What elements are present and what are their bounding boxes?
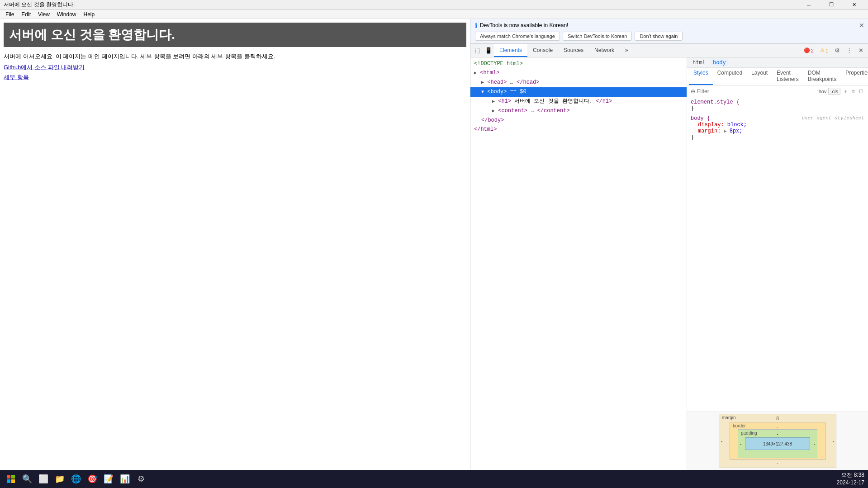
menu-view[interactable]: View [34, 10, 53, 19]
tree-line-doctype[interactable]: <!DOCTYPE html> [470, 59, 687, 68]
notification-title-row: ℹ DevTools is now available in Korean! [475, 22, 863, 29]
menu-window[interactable]: Window [53, 10, 80, 19]
padding-right-val: - [814, 441, 815, 446]
h1-close: </h1> [596, 98, 612, 104]
filter-bar: ⊝ :hov .cls + ≡ □ [687, 85, 868, 97]
devtools-right-icons: 🔴 2 ⚠ 1 ⚙ ⋮ ✕ [801, 45, 866, 56]
tree-line-body-close[interactable]: </body> [470, 116, 687, 125]
h1-tag: <h1> [498, 98, 511, 104]
inspect-element-icon[interactable]: ⬚ [472, 45, 483, 56]
box-content-inner: 1349×127.438 [745, 437, 810, 450]
triangle-body[interactable]: ▼ [481, 90, 484, 95]
triangle-html[interactable]: ▶ [474, 71, 477, 76]
element-style-close: } [691, 105, 864, 112]
h1-text: 서버에 오신 것을 환영합니다. [514, 98, 593, 104]
tab-more[interactable]: » [620, 44, 634, 57]
title-bar-left: 서버에 오신 것을 환영합니다. [4, 1, 75, 9]
margin-bottom-val: - [777, 461, 778, 466]
cls-button[interactable]: .cls [828, 88, 840, 95]
elements-tree[interactable]: <!DOCTYPE html> ▶ <html> ▶ <head> … </he… [470, 57, 687, 470]
dont-show-again-button[interactable]: Don't show again [635, 32, 683, 41]
margin-top-val: 8 [776, 416, 779, 421]
css-rule-body: body { user agent stylesheet display: bl… [691, 115, 864, 141]
content-tag: <content> [498, 108, 527, 114]
box-model-container: margin 8 - - - border - [719, 414, 836, 468]
detail-link[interactable]: 세부 항목 [4, 73, 466, 81]
margin-label: margin [722, 415, 736, 420]
head-close-tag: </head> [517, 79, 539, 85]
toggle-element-state-icon[interactable]: ≡ [850, 87, 857, 95]
always-match-button[interactable]: Always match Chrome's language [475, 32, 560, 41]
padding-left-val: - [740, 441, 741, 446]
restore-button[interactable]: ❐ [821, 0, 842, 10]
triangle-content[interactable]: ▶ [492, 109, 495, 114]
new-style-rule-icon[interactable]: □ [858, 87, 864, 95]
margin-left-val: - [721, 439, 722, 444]
breadcrumb-body[interactable]: body [711, 59, 728, 66]
hov-label: :hov [817, 89, 827, 94]
tab-sources[interactable]: Sources [558, 44, 589, 57]
notification-text: DevTools is now available in Korean! [480, 22, 568, 28]
sub-tab-computed[interactable]: Computed [713, 68, 747, 85]
page-heading: 서버에 오신 것을 환영합니다. [4, 23, 466, 47]
tree-line-h1[interactable]: ▶ <h1> 서버에 오신 것을 환영합니다. </h1> [470, 97, 687, 106]
padding-label: padding [741, 431, 757, 436]
body-close-tag: </body> [481, 117, 504, 123]
device-toolbar-icon[interactable]: 📱 [483, 45, 494, 56]
tree-line-html[interactable]: ▶ <html> [470, 68, 687, 78]
triangle-h1[interactable]: ▶ [492, 99, 495, 104]
sub-tab-event-listeners[interactable]: Event Listeners [772, 68, 803, 85]
border-label: border [733, 423, 746, 428]
breadcrumb-html[interactable]: html [691, 59, 707, 66]
body-display-rule: display: block; [691, 122, 864, 128]
triangle-head[interactable]: ▶ [481, 80, 484, 85]
switch-devtools-button[interactable]: Switch DevTools to Korean [563, 32, 632, 41]
menu-edit[interactable]: Edit [18, 10, 34, 19]
tree-line-head[interactable]: ▶ <head> … </head> [470, 78, 687, 87]
notification-close-button[interactable]: ✕ [859, 22, 864, 29]
head-ellipsis: … [510, 79, 517, 85]
notification-buttons: Always match Chrome's language Switch De… [475, 32, 863, 41]
padding-top-val: - [777, 431, 778, 436]
title-bar: 서버에 오신 것을 환영합니다. ─ ❐ ✕ [0, 0, 868, 10]
more-options-icon[interactable]: ⋮ [844, 45, 854, 56]
title-bar-controls: ─ ❐ ✕ [798, 0, 864, 10]
close-devtools-icon[interactable]: ✕ [855, 45, 866, 56]
warn-count: 1 [825, 48, 828, 53]
error-icon: 🔴 [804, 47, 810, 53]
filter-input[interactable] [697, 88, 816, 95]
sub-tab-layout[interactable]: Layout [747, 68, 772, 85]
settings-icon[interactable]: ⚙ [832, 45, 843, 56]
menu-bar: File Edit View Window Help [0, 10, 868, 19]
minimize-button[interactable]: ─ [798, 0, 819, 10]
breadcrumb-bar: html body [687, 57, 868, 68]
error-badge: 🔴 2 [801, 47, 816, 54]
tree-line-content[interactable]: ▶ <content> … </content> [470, 106, 687, 116]
error-count: 2 [811, 48, 814, 53]
body-margin-rule: margin: ▶ 8px; [691, 128, 864, 134]
tab-elements[interactable]: Elements [494, 44, 527, 57]
info-icon: ℹ [475, 22, 477, 29]
sub-tab-dom-breakpoints[interactable]: DOM Breakpoints [803, 68, 841, 85]
sub-tab-styles[interactable]: Styles [689, 68, 713, 85]
tree-line-body[interactable]: ▼ <body> == $0 [470, 87, 687, 97]
menu-help[interactable]: Help [80, 10, 99, 19]
filter-funnel-icon: ⊝ [691, 88, 695, 95]
doctype-text: <!DOCTYPE html> [474, 61, 523, 67]
border-top-val: - [777, 424, 778, 429]
close-button[interactable]: ✕ [844, 0, 864, 10]
css-rule-element-style: element.style { } [691, 99, 864, 112]
margin-expand-icon[interactable]: ▶ [724, 129, 730, 134]
margin-right-val: - [833, 439, 834, 444]
add-style-rule-icon[interactable]: + [842, 87, 849, 95]
sub-tab-properties[interactable]: Properties [841, 68, 868, 85]
html-close-tag: </html> [474, 126, 497, 133]
user-agent-label: user agent stylesheet [802, 115, 864, 121]
body-rule-header: body { user agent stylesheet [691, 115, 864, 122]
github-link[interactable]: Github에서 소스 파일 내려받기 [4, 63, 466, 71]
tab-console[interactable]: Console [527, 44, 558, 57]
tree-line-html-close[interactable]: </html> [470, 125, 687, 134]
box-content-value: 1349×127.438 [763, 441, 792, 446]
tab-network[interactable]: Network [589, 44, 620, 57]
menu-file[interactable]: File [2, 10, 18, 19]
